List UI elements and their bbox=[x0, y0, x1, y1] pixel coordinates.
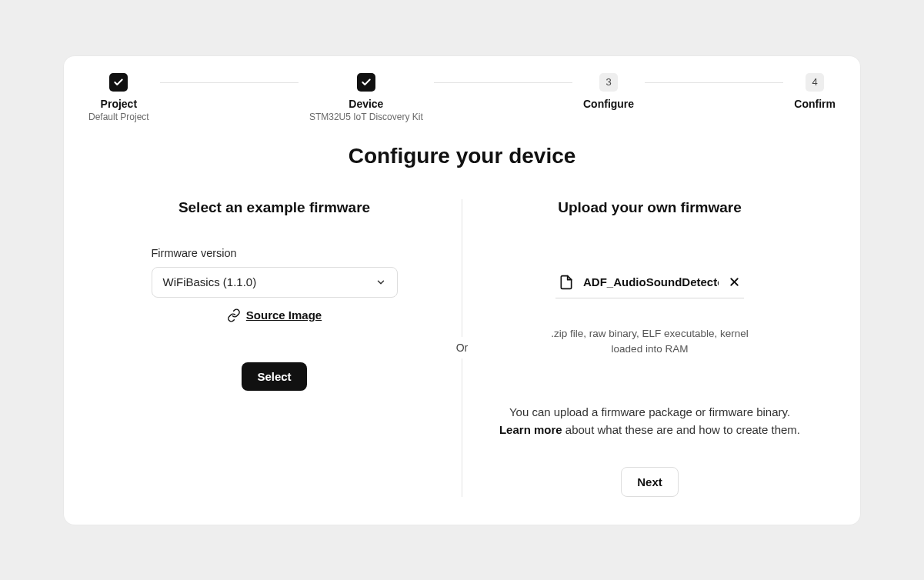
upload-description-prefix: You can upload a firmware package or fir… bbox=[509, 405, 790, 418]
source-image-label: Source Image bbox=[246, 308, 322, 322]
step-title: Configure bbox=[583, 98, 634, 110]
file-icon bbox=[559, 275, 574, 290]
step-project: Project Default Project bbox=[88, 73, 149, 122]
uploaded-file-row: ADF_AudioSoundDetector. bbox=[555, 275, 744, 298]
step-title: Device bbox=[349, 98, 383, 110]
divider-label: Or bbox=[456, 337, 469, 358]
next-button[interactable]: Next bbox=[621, 467, 679, 497]
check-icon bbox=[109, 73, 128, 92]
step-configure: 3 Configure bbox=[583, 73, 634, 112]
step-connector bbox=[434, 82, 572, 83]
step-number: 3 bbox=[599, 73, 618, 92]
upload-description-suffix: about what these are and how to create t… bbox=[562, 423, 800, 436]
firmware-form: Firmware version WiFiBasics (1.1.0) So bbox=[152, 247, 398, 391]
step-subtitle: STM32U5 IoT Discovery Kit bbox=[309, 112, 423, 122]
step-subtitle: Default Project bbox=[88, 112, 149, 122]
page-title: Configure your device bbox=[87, 144, 837, 168]
step-connector bbox=[160, 82, 299, 83]
select-value: WiFiBasics (1.1.0) bbox=[163, 275, 257, 288]
learn-more-link[interactable]: Learn more bbox=[499, 423, 562, 436]
step-connector bbox=[645, 82, 783, 83]
check-icon bbox=[357, 73, 375, 92]
link-icon bbox=[227, 308, 241, 322]
wizard-card: Project Default Project Device STM32U5 I… bbox=[64, 56, 860, 525]
chevron-down-icon bbox=[375, 277, 386, 288]
firmware-version-select[interactable]: WiFiBasics (1.1.0) bbox=[152, 267, 398, 298]
step-title: Project bbox=[101, 98, 137, 110]
upload-description: You can upload a firmware package or fir… bbox=[493, 403, 806, 439]
step-confirm: 4 Confirm bbox=[794, 73, 836, 112]
remove-file-button[interactable] bbox=[728, 275, 741, 288]
upload-hint: .zip file, raw binary, ELF executable, k… bbox=[550, 326, 750, 358]
firmware-version-label: Firmware version bbox=[152, 247, 237, 259]
step-number: 4 bbox=[806, 73, 824, 92]
source-image-link[interactable]: Source Image bbox=[227, 308, 322, 322]
close-icon bbox=[728, 275, 741, 288]
upload-firmware-column: Upload your own firmware ADF_AudioSoundD… bbox=[462, 199, 837, 497]
columns: Select an example firmware Firmware vers… bbox=[87, 199, 837, 497]
column-title: Upload your own firmware bbox=[558, 199, 742, 216]
uploaded-filename: ADF_AudioSoundDetector. bbox=[583, 275, 719, 288]
step-title: Confirm bbox=[794, 98, 836, 110]
stepper: Project Default Project Device STM32U5 I… bbox=[87, 73, 837, 122]
select-button[interactable]: Select bbox=[242, 362, 306, 391]
column-title: Select an example firmware bbox=[178, 199, 370, 216]
step-device: Device STM32U5 IoT Discovery Kit bbox=[309, 73, 423, 122]
example-firmware-column: Select an example firmware Firmware vers… bbox=[87, 199, 462, 391]
